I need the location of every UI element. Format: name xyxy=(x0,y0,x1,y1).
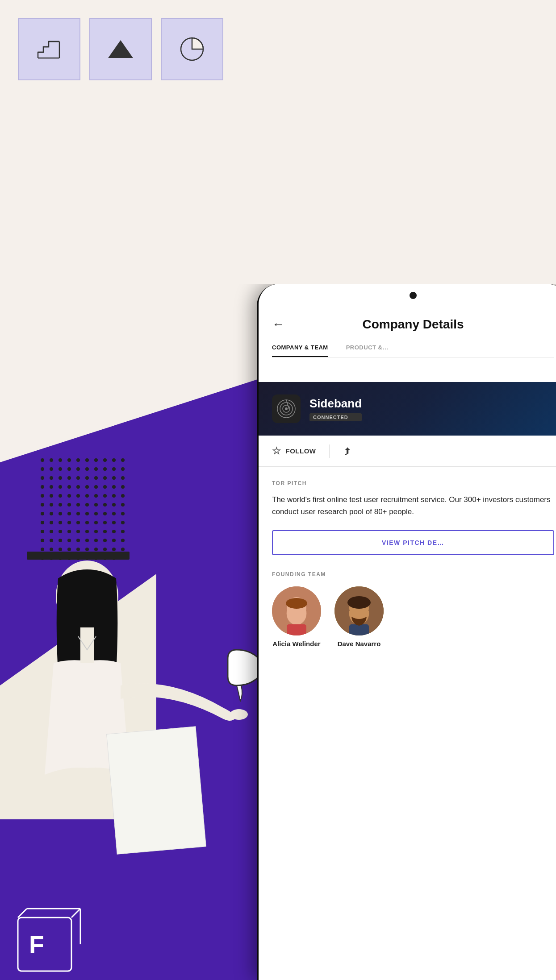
svg-rect-148 xyxy=(287,624,306,635)
triangle-card[interactable] xyxy=(89,18,152,80)
svg-point-22 xyxy=(59,467,62,471)
svg-point-61 xyxy=(50,503,53,507)
dave-avatar xyxy=(334,586,384,635)
svg-point-66 xyxy=(94,503,98,507)
svg-point-96 xyxy=(94,530,98,533)
svg-point-80 xyxy=(41,521,44,524)
svg-point-87 xyxy=(103,521,107,524)
svg-point-67 xyxy=(103,503,107,507)
svg-point-37 xyxy=(103,476,107,480)
app-nav: ← Company Details xyxy=(272,317,554,332)
svg-point-32 xyxy=(59,476,62,480)
svg-point-81 xyxy=(50,521,53,524)
svg-point-60 xyxy=(41,503,44,507)
svg-point-42 xyxy=(59,485,62,489)
app-tabs: COMPANY & TEAM PRODUCT &… xyxy=(272,339,554,357)
stairs-icon xyxy=(33,33,65,65)
svg-text:F: F xyxy=(29,931,44,959)
svg-point-112 xyxy=(59,548,62,551)
tab-company-team[interactable]: COMPANY & TEAM xyxy=(272,339,328,357)
view-pitch-button[interactable]: VIEW PITCH DE… xyxy=(272,530,554,555)
svg-marker-5 xyxy=(108,40,133,58)
founding-team-section: FOUNDING TEAM xyxy=(272,571,554,648)
svg-point-95 xyxy=(85,530,89,533)
svg-point-53 xyxy=(67,494,71,498)
company-name: Sideband xyxy=(309,397,362,411)
svg-point-17 xyxy=(103,458,107,462)
svg-point-90 xyxy=(41,530,44,533)
svg-point-19 xyxy=(121,458,125,462)
svg-point-91 xyxy=(50,530,53,533)
company-logo xyxy=(272,394,301,423)
svg-point-52 xyxy=(59,494,62,498)
svg-point-25 xyxy=(85,467,89,471)
share-icon[interactable]: ⮭ xyxy=(343,445,353,457)
svg-point-77 xyxy=(103,512,107,515)
svg-point-59 xyxy=(121,494,125,498)
svg-point-84 xyxy=(76,521,80,524)
team-member: Alicia Welinder xyxy=(272,586,321,648)
svg-point-41 xyxy=(50,485,53,489)
svg-point-35 xyxy=(85,476,89,480)
camera-dot xyxy=(410,292,417,299)
svg-point-83 xyxy=(67,521,71,524)
svg-point-62 xyxy=(59,503,62,507)
svg-point-110 xyxy=(41,548,44,551)
company-banner: Sideband CONNECTED xyxy=(259,382,556,436)
team-member: Dave Navarro xyxy=(334,586,384,648)
svg-point-16 xyxy=(94,458,98,462)
svg-point-68 xyxy=(112,503,116,507)
stairs-card[interactable] xyxy=(18,18,80,80)
svg-point-100 xyxy=(41,539,44,542)
svg-point-103 xyxy=(67,539,71,542)
svg-point-93 xyxy=(67,530,71,533)
svg-point-86 xyxy=(94,521,98,524)
view-pitch-label: VIEW PITCH DE… xyxy=(382,539,444,546)
svg-point-55 xyxy=(85,494,89,498)
tab-product[interactable]: PRODUCT &… xyxy=(346,339,389,357)
pitch-text: The world's first online test user recru… xyxy=(272,494,554,518)
svg-point-56 xyxy=(94,494,98,498)
svg-point-65 xyxy=(85,503,89,507)
svg-point-106 xyxy=(94,539,98,542)
svg-point-115 xyxy=(85,548,89,551)
svg-point-30 xyxy=(41,476,44,480)
icon-cards-section xyxy=(18,18,223,80)
svg-point-118 xyxy=(112,548,116,551)
svg-point-39 xyxy=(121,476,125,480)
svg-point-47 xyxy=(103,485,107,489)
svg-point-108 xyxy=(112,539,116,542)
svg-point-12 xyxy=(59,458,62,462)
back-button[interactable]: ← xyxy=(272,318,284,331)
svg-point-28 xyxy=(112,467,116,471)
svg-point-78 xyxy=(112,512,116,515)
svg-rect-131 xyxy=(80,627,94,663)
alicia-name: Alicia Welinder xyxy=(272,640,320,648)
svg-point-34 xyxy=(76,476,80,480)
svg-point-14 xyxy=(76,458,80,462)
follow-button[interactable]: ☆ FOLLOW xyxy=(272,445,316,457)
svg-point-20 xyxy=(41,467,44,471)
svg-point-58 xyxy=(112,494,116,498)
svg-point-73 xyxy=(67,512,71,515)
svg-point-119 xyxy=(121,548,125,551)
svg-point-70 xyxy=(41,512,44,515)
svg-point-74 xyxy=(76,512,80,515)
team-members: Alicia Welinder xyxy=(272,586,554,648)
svg-point-24 xyxy=(76,467,80,471)
follow-label: FOLLOW xyxy=(286,447,316,455)
phone-frame: ← Company Details COMPANY & TEAM PRODUCT… xyxy=(257,284,556,980)
content-area: TOR PITCH The world's first online test … xyxy=(259,467,556,980)
svg-point-72 xyxy=(59,512,62,515)
star-icon: ☆ xyxy=(272,445,281,457)
app-header: ← Company Details COMPANY & TEAM PRODUCT… xyxy=(259,308,556,357)
svg-point-79 xyxy=(121,512,125,515)
svg-point-51 xyxy=(50,494,53,498)
svg-point-143 xyxy=(285,407,288,410)
alicia-avatar-image xyxy=(272,586,321,635)
svg-point-11 xyxy=(50,458,53,462)
svg-point-40 xyxy=(41,485,44,489)
pie-card[interactable] xyxy=(161,18,223,80)
svg-rect-133 xyxy=(107,727,206,854)
svg-point-38 xyxy=(112,476,116,480)
